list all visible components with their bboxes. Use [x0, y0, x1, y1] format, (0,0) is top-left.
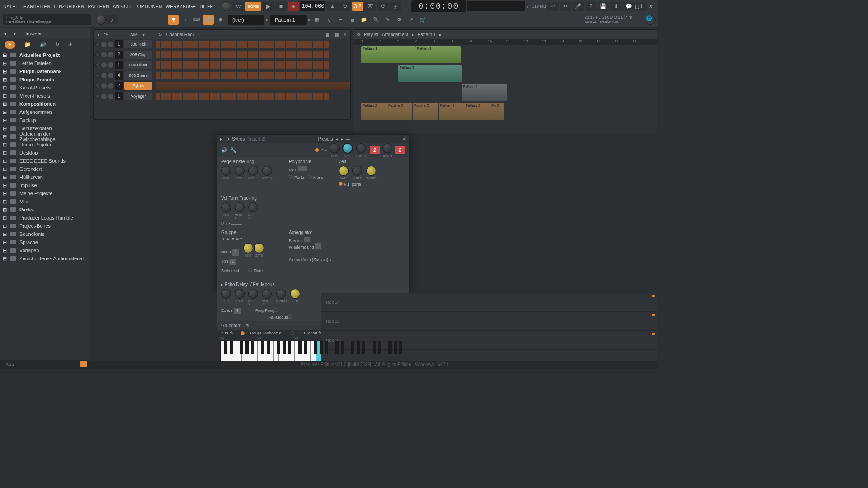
channel-led[interactable]: [95, 42, 100, 47]
knob-feed[interactable]: [221, 289, 231, 299]
playlist-track[interactable]: Track 16: [321, 331, 657, 350]
step[interactable]: [231, 72, 236, 79]
menu-help[interactable]: HILFE: [198, 4, 215, 9]
knob-trk-modx[interactable]: [235, 202, 245, 212]
knob-echo-modx[interactable]: [248, 289, 258, 299]
browser-item[interactable]: ⊞Project-Bones: [0, 222, 90, 230]
step[interactable]: [183, 93, 188, 100]
step[interactable]: [199, 93, 204, 100]
step[interactable]: [253, 41, 258, 48]
pattern-selector[interactable]: Pattern 1: [270, 15, 307, 25]
step[interactable]: [280, 61, 285, 69]
step[interactable]: [248, 93, 253, 100]
step[interactable]: [210, 61, 215, 69]
browser-item[interactable]: ⊞Kompositionen: [0, 100, 90, 108]
step[interactable]: [318, 41, 323, 48]
channel-vol[interactable]: [108, 42, 113, 47]
step[interactable]: [286, 61, 291, 69]
pingpong-radio[interactable]: [274, 308, 278, 312]
playlist-clip[interactable]: Pn 2: [490, 103, 504, 120]
browser-item[interactable]: ⊞Impulse: [0, 181, 90, 189]
playlist-track[interactable]: Track 14: [321, 293, 657, 312]
step[interactable]: [177, 51, 182, 58]
track-mute-dot[interactable]: [652, 295, 655, 297]
step[interactable]: [237, 61, 242, 69]
step[interactable]: [324, 51, 329, 58]
menu-add[interactable]: HINZUFüGEN: [53, 4, 86, 9]
black-key[interactable]: [320, 341, 323, 354]
step[interactable]: [253, 72, 258, 79]
step[interactable]: [248, 51, 253, 58]
step[interactable]: [172, 41, 177, 48]
step[interactable]: [275, 41, 280, 48]
knob-echo-zeit[interactable]: [290, 289, 300, 299]
preset-next-icon[interactable]: ▸: [341, 136, 343, 141]
step[interactable]: [161, 61, 166, 69]
step[interactable]: [161, 72, 166, 79]
step[interactable]: [177, 41, 182, 48]
step[interactable]: [242, 61, 247, 69]
channel-led[interactable]: [95, 94, 100, 99]
playlist-clip[interactable]: Pattern 2: [361, 103, 387, 120]
countdown-btn[interactable]: 3,2: [352, 2, 363, 11]
step[interactable]: [324, 93, 329, 100]
playlist-track[interactable]: Pattern 3: [353, 64, 657, 83]
step[interactable]: [177, 93, 182, 100]
minimize-btn[interactable]: —: [620, 4, 626, 9]
step[interactable]: [259, 72, 264, 79]
step[interactable]: [264, 93, 269, 100]
browser-audio-icon[interactable]: 🔊: [40, 42, 46, 47]
black-key[interactable]: [277, 341, 280, 354]
step[interactable]: [259, 51, 264, 58]
step[interactable]: [210, 41, 215, 48]
pl-menu-icon[interactable]: ↻: [357, 32, 360, 37]
black-key[interactable]: [251, 341, 254, 354]
step[interactable]: [280, 51, 285, 58]
step[interactable]: [221, 72, 226, 79]
playlist-clip[interactable]: Pattern 2: [464, 103, 490, 120]
channel-vol[interactable]: [108, 73, 113, 78]
max-field[interactable]: [298, 166, 307, 171]
knob-pan-top[interactable]: [330, 143, 340, 153]
cr-filter[interactable]: Alle: [130, 32, 138, 37]
step[interactable]: [166, 93, 171, 100]
knob-echo-tonho[interactable]: [276, 289, 286, 299]
link-next-icon[interactable]: →: [179, 15, 190, 25]
knob-modx[interactable]: [248, 166, 258, 176]
step[interactable]: [264, 61, 269, 69]
playlist-track[interactable]: Pattern 1Pattern 1: [353, 45, 657, 64]
black-key[interactable]: [224, 341, 227, 354]
maximize-btn[interactable]: ▢: [634, 4, 640, 9]
browser-item[interactable]: ⊞Misc: [0, 197, 90, 206]
knob-echo-mody[interactable]: [262, 289, 272, 299]
step[interactable]: [172, 72, 177, 79]
step[interactable]: [215, 41, 220, 48]
step[interactable]: [188, 61, 193, 69]
grp-help[interactable]: ?: [240, 237, 242, 241]
step[interactable]: [188, 93, 193, 100]
playlist-clip[interactable]: Pattern 1: [361, 46, 415, 63]
channel-name[interactable]: 808 Kick: [124, 40, 152, 48]
tool1-icon[interactable]: ✎: [382, 15, 393, 25]
black-key[interactable]: [357, 341, 360, 354]
expand-icon[interactable]: ▸: [14, 31, 16, 37]
knob-vol[interactable]: [235, 166, 245, 176]
stop-btn[interactable]: ■: [275, 2, 287, 11]
close-window-btn[interactable]: ✕: [648, 4, 654, 9]
browser-item[interactable]: ⊞Meine Projekte: [0, 189, 90, 197]
step[interactable]: [307, 93, 312, 100]
step[interactable]: [156, 51, 160, 58]
step[interactable]: [302, 61, 307, 69]
channel-name[interactable]: 808 HiHat: [124, 61, 152, 69]
black-key[interactable]: [335, 341, 339, 354]
step[interactable]: [313, 93, 318, 100]
step[interactable]: [204, 61, 209, 69]
step[interactable]: [231, 41, 236, 48]
step[interactable]: [318, 72, 323, 79]
browser-star-icon[interactable]: ★: [68, 42, 73, 47]
record-btn[interactable]: ●: [288, 2, 299, 11]
step[interactable]: [313, 72, 318, 79]
channel-vol[interactable]: [108, 52, 113, 57]
wrench-icon[interactable]: 🔧: [230, 147, 236, 153]
playlist-clip[interactable]: Pattern 1: [415, 46, 461, 63]
